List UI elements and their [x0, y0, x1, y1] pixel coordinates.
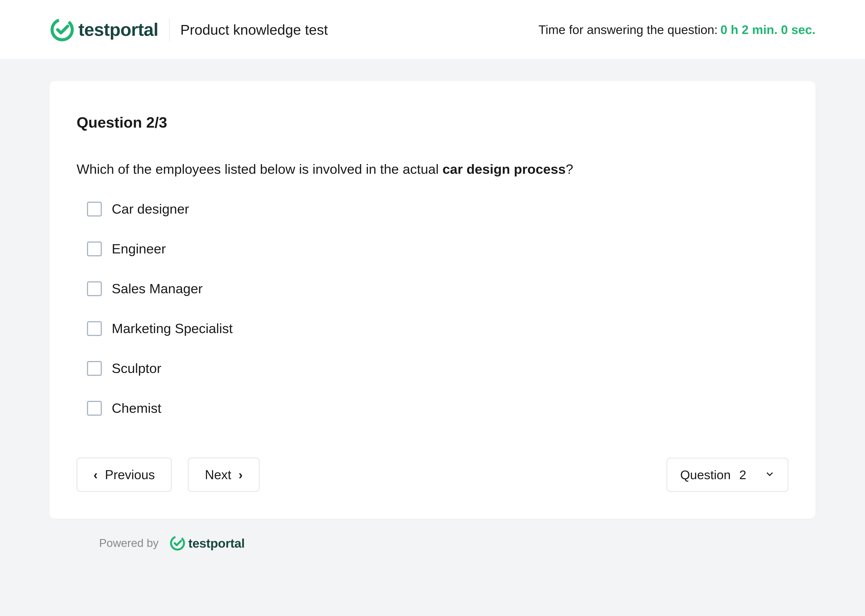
checkbox-icon[interactable] — [87, 361, 102, 376]
nav-left: ‹ Previous Next › — [77, 457, 260, 492]
check-circle-icon — [50, 17, 75, 42]
timer-label: Time for answering the question: — [538, 22, 718, 37]
question-text: Which of the employees listed below is i… — [77, 160, 788, 179]
vertical-divider — [169, 19, 170, 41]
check-circle-icon — [169, 535, 186, 551]
option-label: Sculptor — [112, 361, 161, 376]
chevron-left-icon: ‹ — [93, 467, 98, 482]
question-text-after: ? — [566, 162, 573, 177]
powered-by-label: Powered by — [99, 537, 159, 550]
option-item[interactable]: Sales Manager — [87, 281, 788, 296]
question-selector[interactable]: Question 2 — [666, 458, 788, 492]
next-button[interactable]: Next › — [188, 457, 260, 492]
option-item[interactable]: Chemist — [87, 401, 788, 416]
checkbox-icon[interactable] — [87, 281, 102, 296]
option-item[interactable]: Car designer — [87, 201, 788, 217]
option-label: Chemist — [112, 401, 161, 416]
previous-button[interactable]: ‹ Previous — [77, 457, 172, 492]
previous-button-label: Previous — [105, 467, 155, 482]
checkbox-icon[interactable] — [87, 242, 102, 256]
checkbox-icon[interactable] — [87, 321, 102, 336]
option-item[interactable]: Engineer — [87, 241, 788, 256]
question-text-bold: car design process — [443, 162, 566, 177]
checkbox-icon[interactable] — [87, 401, 102, 416]
test-title: Product knowledge test — [180, 22, 328, 38]
option-label: Car designer — [112, 201, 189, 217]
timer-value: 0 h 2 min. 0 sec. — [720, 22, 815, 37]
option-label: Sales Manager — [112, 281, 203, 296]
question-selector-value: 2 — [739, 467, 746, 482]
option-label: Marketing Specialist — [112, 321, 233, 336]
chevron-down-icon — [765, 467, 775, 482]
options-list: Car designer Engineer Sales Manager Mark… — [77, 201, 788, 416]
option-item[interactable]: Marketing Specialist — [87, 321, 788, 336]
footer: Powered by testportal — [50, 519, 815, 567]
question-text-before: Which of the employees listed below is i… — [77, 162, 443, 177]
option-label: Engineer — [112, 241, 166, 256]
question-selector-label: Question — [680, 467, 731, 482]
chevron-right-icon: › — [239, 467, 243, 482]
main: Question 2/3 Which of the employees list… — [0, 60, 865, 589]
footer-logo-text: testportal — [188, 536, 245, 550]
logo-text: testportal — [79, 19, 158, 40]
header-left: testportal Product knowledge test — [50, 17, 328, 42]
nav-row: ‹ Previous Next › Question 2 — [77, 457, 788, 492]
header: testportal Product knowledge test Time f… — [0, 0, 865, 60]
next-button-label: Next — [205, 467, 231, 482]
option-item[interactable]: Sculptor — [87, 361, 788, 376]
timer: Time for answering the question: 0 h 2 m… — [538, 22, 815, 37]
checkbox-icon[interactable] — [87, 202, 102, 217]
question-heading: Question 2/3 — [77, 114, 788, 131]
question-card: Question 2/3 Which of the employees list… — [50, 81, 815, 519]
logo[interactable]: testportal — [50, 17, 158, 42]
footer-logo[interactable]: testportal — [169, 535, 245, 551]
